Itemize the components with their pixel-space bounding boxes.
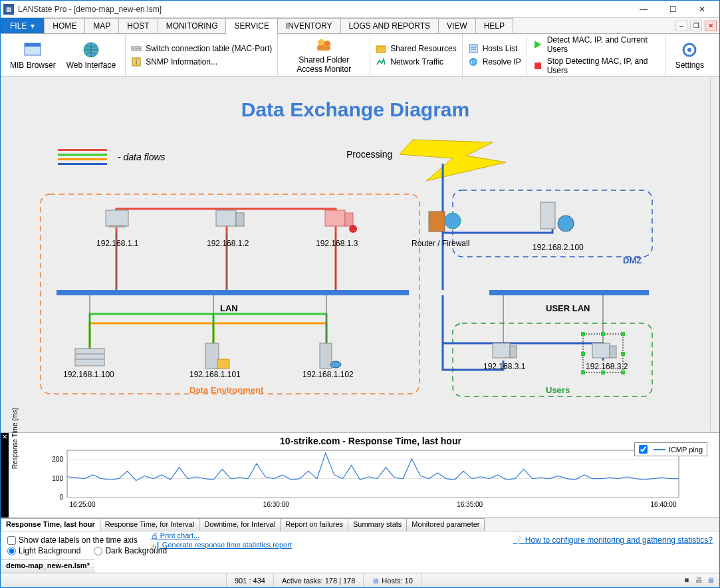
zone-userlan: USER LAN bbox=[546, 303, 590, 313]
mdi-close[interactable]: ✕ bbox=[705, 21, 717, 31]
zone-users: Users bbox=[546, 385, 570, 395]
svg-rect-40 bbox=[325, 210, 345, 226]
chart-legend[interactable]: ICMP ping bbox=[634, 442, 707, 456]
svg-point-54 bbox=[330, 361, 341, 368]
node-label: 192.168.2.100 bbox=[533, 243, 584, 252]
svg-rect-26 bbox=[57, 290, 409, 295]
gear-icon bbox=[680, 41, 699, 59]
help-link[interactable]: ❔ How to configure monitoring and gather… bbox=[513, 535, 713, 545]
chart-tab[interactable]: Response Time, last hour bbox=[1, 518, 100, 531]
snmp-icon: i bbox=[131, 57, 142, 67]
svg-rect-62 bbox=[621, 332, 625, 336]
tab-monitoring[interactable]: MONITORING bbox=[158, 18, 227, 33]
chart-tab[interactable]: Response Time, for Interval bbox=[100, 518, 200, 531]
svg-rect-61 bbox=[601, 332, 605, 336]
tab-home[interactable]: HOME bbox=[44, 18, 85, 33]
web-interface-button[interactable]: Web Interface bbox=[61, 35, 121, 75]
shared-folder-monitor-button[interactable]: Shared Folder Access Monitor bbox=[282, 35, 366, 75]
host-node[interactable] bbox=[216, 210, 244, 226]
svg-rect-68 bbox=[67, 450, 679, 498]
svg-text:0: 0 bbox=[59, 494, 63, 501]
legend-checkbox[interactable] bbox=[639, 445, 648, 454]
tab-host[interactable]: HOST bbox=[118, 18, 158, 33]
switch-icon bbox=[131, 43, 142, 54]
svg-text:100: 100 bbox=[52, 475, 63, 482]
hosts-list-button[interactable]: Hosts List bbox=[467, 43, 523, 55]
window-title: LANState Pro - [demo-map_new-en.lsm] bbox=[18, 5, 629, 14]
zone-lan: LAN bbox=[220, 303, 238, 313]
mdi-minimize[interactable]: – bbox=[675, 21, 687, 31]
host-node[interactable] bbox=[493, 343, 517, 358]
host-node[interactable] bbox=[540, 202, 574, 231]
resolve-ip-button[interactable]: IPResolve IP bbox=[467, 56, 523, 68]
node-label: 192.168.1.100 bbox=[63, 370, 114, 379]
svg-rect-39 bbox=[236, 213, 244, 226]
status-icon-host[interactable]: 🖥 bbox=[707, 576, 714, 585]
settings-button[interactable]: Settings bbox=[670, 35, 709, 75]
zone-dataenv: Data Environment bbox=[189, 385, 263, 395]
status-icon-alert[interactable]: ◾ bbox=[682, 576, 691, 585]
window-close[interactable]: ✕ bbox=[687, 1, 717, 18]
detect-button[interactable]: Detect MAC, IP, and Current Users bbox=[531, 35, 661, 55]
light-bg-radio[interactable]: Light Background bbox=[7, 546, 80, 555]
network-traffic-button[interactable]: Network Traffic bbox=[374, 56, 457, 68]
svg-point-21 bbox=[687, 48, 691, 52]
svg-text:200: 200 bbox=[52, 456, 63, 463]
tab-service[interactable]: SERVICE bbox=[225, 18, 277, 33]
svg-rect-11 bbox=[317, 45, 330, 51]
snmp-info-button[interactable]: iSNMP Information... bbox=[130, 56, 273, 68]
file-menu[interactable]: FILE▾ bbox=[1, 18, 44, 33]
switch-table-button[interactable]: Switch connection table (MAC-Port) bbox=[130, 43, 273, 55]
host-node[interactable] bbox=[320, 343, 341, 368]
node-label: 192.168.1.1 bbox=[96, 239, 138, 248]
vertical-scrollbar[interactable] bbox=[710, 77, 719, 432]
svg-point-5 bbox=[136, 48, 137, 49]
window-maximize[interactable]: ☐ bbox=[658, 1, 687, 18]
svg-marker-22 bbox=[400, 140, 506, 181]
play-icon bbox=[533, 39, 543, 50]
host-node[interactable] bbox=[325, 210, 357, 233]
svg-rect-48 bbox=[75, 349, 104, 366]
dark-bg-radio[interactable]: Dark Background bbox=[94, 546, 167, 555]
host-node[interactable] bbox=[205, 343, 229, 368]
chart-tab[interactable]: Summary stats bbox=[348, 518, 407, 531]
tab-map[interactable]: MAP bbox=[84, 18, 119, 33]
show-date-checkbox[interactable]: Show date labels on the time axis bbox=[7, 535, 138, 545]
mib-browser-button[interactable]: MIB Browser bbox=[5, 35, 61, 75]
response-time-chart: 010020016:25:0016:30:0016:35:0016:40:00 bbox=[27, 446, 692, 510]
svg-rect-51 bbox=[205, 343, 219, 368]
mdi-restore[interactable]: ❐ bbox=[690, 21, 702, 31]
network-map-canvas[interactable]: Data Exchange Diagram - data flows Proce… bbox=[1, 77, 710, 432]
svg-rect-64 bbox=[621, 352, 625, 356]
svg-rect-13 bbox=[469, 45, 477, 53]
status-icon-printer[interactable]: 🖶 bbox=[695, 576, 703, 585]
tab-help[interactable]: HELP bbox=[475, 18, 513, 33]
print-chart-link[interactable]: 🖨 Print chart... bbox=[151, 531, 292, 539]
router-node[interactable] bbox=[429, 212, 461, 231]
svg-rect-65 bbox=[581, 370, 585, 374]
svg-point-9 bbox=[318, 39, 324, 46]
globe-icon bbox=[82, 41, 100, 59]
host-node[interactable] bbox=[75, 349, 104, 366]
chart-tab[interactable]: Monitored parameter bbox=[406, 518, 485, 531]
svg-rect-60 bbox=[581, 332, 585, 336]
people-icon bbox=[314, 37, 333, 54]
chart-tab[interactable]: Downtime, for Interval bbox=[199, 518, 281, 531]
document-tab[interactable]: demo-map_new-en.lsm* bbox=[1, 559, 95, 573]
svg-rect-38 bbox=[216, 210, 236, 226]
shared-resources-button[interactable]: Shared Resources bbox=[374, 43, 457, 55]
chart-tab[interactable]: Report on failures bbox=[280, 518, 348, 531]
svg-rect-41 bbox=[345, 213, 353, 226]
node-label: 192.168.1.2 bbox=[207, 239, 249, 248]
tab-inventory[interactable]: INVENTORY bbox=[277, 18, 341, 33]
svg-rect-55 bbox=[493, 343, 510, 358]
chart-pane-close[interactable]: ✕ bbox=[1, 433, 9, 517]
node-label: Router / Firewall bbox=[412, 239, 469, 248]
stop-detect-button[interactable]: Stop Detecting MAC, IP, and Users bbox=[531, 56, 661, 76]
svg-point-6 bbox=[138, 48, 140, 49]
tab-logs[interactable]: LOGS AND REPORTS bbox=[340, 18, 439, 33]
host-node[interactable] bbox=[106, 210, 128, 227]
tab-view[interactable]: VIEW bbox=[438, 18, 476, 33]
window-minimize[interactable]: — bbox=[629, 1, 658, 18]
svg-rect-46 bbox=[540, 202, 555, 229]
